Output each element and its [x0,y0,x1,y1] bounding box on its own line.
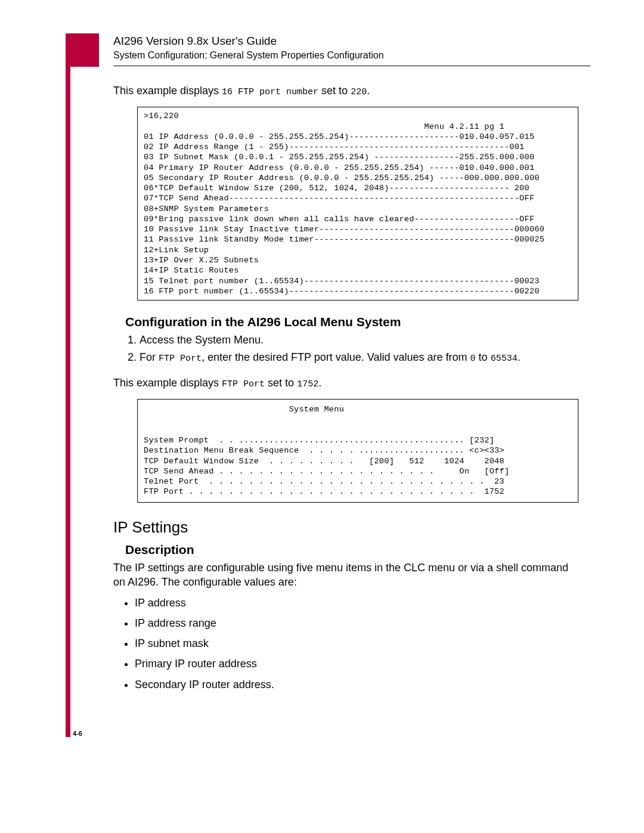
list-item: IP address range [135,616,578,630]
intro2-mono1: FTP Port [222,379,265,389]
doc-title: AI296 Version 9.8x User's Guide [113,35,590,48]
step2-mono3: 65534 [491,354,518,364]
list-item: IP subnet mask [135,636,578,651]
left-vertical-bar [66,33,70,730]
step2-mid: , enter the desired FTP port value. Vali… [202,351,470,363]
config-steps: Access the System Menu. For FTP Port, en… [125,333,578,365]
page-number: 4-6 [73,730,82,737]
header-red-square [66,33,99,67]
step2-mid2: to [476,351,491,363]
config-heading: Configuration in the AI296 Local Menu Sy… [125,314,578,330]
intro1-mono2: 220 [351,87,367,97]
step-2: For FTP Port, enter the desired FTP port… [140,350,578,365]
list-item: Primary IP router address [135,657,578,671]
step2-mono2: 0 [470,354,476,364]
system-menu-box: System Menu System Prompt . . ..........… [137,399,578,502]
step-1: Access the System Menu. [140,333,578,347]
description-para: The IP settings are configurable using f… [113,561,578,590]
ip-list: IP address IP address range IP subnet ma… [135,596,578,692]
description-heading: Description [125,541,578,558]
page-content: This example displays 16 FTP port number… [113,83,578,698]
footer-red-tick [66,727,70,737]
intro-line-2: This example displays FTP Port set to 17… [113,376,578,391]
header-rule [113,66,590,66]
intro1-mono1: 16 FTP port number [222,87,318,97]
page-header: AI296 Version 9.8x User's Guide System C… [113,35,590,71]
step2-mono1: FTP Port [159,354,202,364]
intro2-post: . [318,377,321,389]
step2-post: . [518,351,521,363]
menu-output-box: >16,220 Menu 4.2.11 pg 1 01 IP Address (… [137,107,578,301]
intro1-post: . [367,85,370,97]
list-item: IP address [135,596,578,610]
step2-pre: For [140,351,159,363]
intro-line-1: This example displays 16 FTP port number… [113,83,578,98]
list-item: Secondary IP router address. [135,677,578,692]
ip-settings-heading: IP Settings [113,517,578,538]
intro2-mid: set to [265,377,297,389]
intro2-pre: This example displays [113,377,222,389]
intro1-mid: set to [318,85,351,97]
intro1-pre: This example displays [113,85,222,97]
intro2-mono2: 1752 [297,379,318,389]
doc-subtitle: System Configuration: General System Pro… [113,50,590,61]
